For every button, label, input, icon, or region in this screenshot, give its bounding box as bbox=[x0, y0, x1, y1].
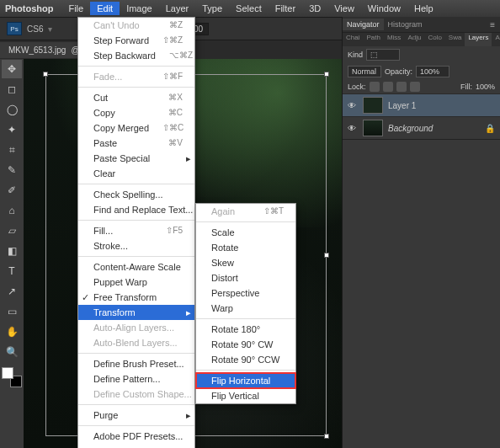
menu-item-define-custom-shape: Define Custom Shape... bbox=[78, 387, 194, 402]
move-tool-icon[interactable]: ✥ bbox=[2, 60, 22, 78]
menu-item-copy[interactable]: Copy⌘C bbox=[78, 105, 194, 120]
menu-item-clear[interactable]: Clear bbox=[78, 166, 194, 181]
menu-item-check-spelling[interactable]: Check Spelling... bbox=[78, 187, 194, 202]
tab-miss[interactable]: Miss bbox=[384, 33, 404, 46]
tab-colo[interactable]: Colo bbox=[424, 33, 444, 46]
menu-select[interactable]: Select bbox=[229, 2, 269, 15]
gradient-tool-icon[interactable]: ◧ bbox=[2, 242, 22, 260]
transform-handle[interactable] bbox=[324, 72, 329, 77]
lock-all-icon[interactable] bbox=[410, 82, 420, 92]
lock-label: Lock: bbox=[348, 83, 366, 91]
layer-name[interactable]: Layer 1 bbox=[388, 101, 416, 110]
menu-item-step-backward[interactable]: Step Backward⌥⌘Z bbox=[78, 48, 194, 63]
lock-pixels-icon[interactable] bbox=[383, 82, 393, 92]
eyedropper-tool-icon[interactable]: ✎ bbox=[2, 161, 22, 179]
menu-item-perspective[interactable]: Perspective bbox=[196, 285, 295, 301]
menu-image[interactable]: Image bbox=[120, 2, 159, 15]
menu-item-find-and-replace-text[interactable]: Find and Replace Text... bbox=[78, 202, 194, 217]
type-tool-icon[interactable]: T bbox=[2, 262, 22, 280]
menu-item-cut[interactable]: Cut⌘X bbox=[78, 90, 194, 105]
zoom-tool-icon[interactable]: 🔍 bbox=[2, 343, 22, 361]
path-tool-icon[interactable]: ↗ bbox=[2, 282, 22, 301]
tab-chai[interactable]: Chai bbox=[343, 33, 363, 46]
menu-window[interactable]: Window bbox=[361, 2, 407, 15]
menu-item-can-t-undo: Can't Undo⌘Z bbox=[78, 18, 194, 33]
menu-filter[interactable]: Filter bbox=[269, 2, 302, 15]
menu-item-skew[interactable]: Skew bbox=[196, 255, 295, 270]
edit-menu-dropdown: Can't Undo⌘ZStep Forward⇧⌘ZStep Backward… bbox=[77, 17, 195, 448]
menu-item-puppet-warp[interactable]: Puppet Warp bbox=[78, 275, 194, 290]
menu-item-again: Again⇧⌘T bbox=[196, 204, 295, 219]
menu-type[interactable]: Type bbox=[195, 2, 229, 15]
tab-layers[interactable]: Layers bbox=[465, 33, 492, 46]
tab-histogram[interactable]: Histogram bbox=[384, 19, 427, 30]
transform-handle[interactable] bbox=[324, 434, 329, 439]
lasso-tool-icon[interactable]: ◯ bbox=[2, 100, 22, 119]
layer-name[interactable]: Background bbox=[388, 124, 433, 133]
menu-item-scale[interactable]: Scale bbox=[196, 225, 295, 240]
tab-navigator[interactable]: Navigator bbox=[343, 19, 384, 30]
menu-item-rotate-90-ccw[interactable]: Rotate 90° CCW bbox=[196, 352, 295, 367]
crop-tool-icon[interactable]: ⌗ bbox=[2, 141, 22, 159]
visibility-icon[interactable]: 👁 bbox=[348, 101, 358, 110]
menu-view[interactable]: View bbox=[327, 2, 361, 15]
menu-item-fill[interactable]: Fill...⇧F5 bbox=[78, 223, 194, 238]
visibility-icon[interactable]: 👁 bbox=[348, 124, 358, 133]
fill-field[interactable]: 100% bbox=[476, 83, 495, 91]
shape-tool-icon[interactable]: ▭ bbox=[2, 302, 22, 321]
eraser-tool-icon[interactable]: ▱ bbox=[2, 221, 22, 240]
layer-thumb[interactable] bbox=[363, 120, 383, 136]
menu-3d[interactable]: 3D bbox=[302, 2, 327, 15]
transform-handle[interactable] bbox=[324, 253, 329, 258]
menu-item-rotate-180[interactable]: Rotate 180° bbox=[196, 322, 295, 337]
blend-mode-dropdown[interactable]: Normal bbox=[348, 66, 381, 77]
color-swatches[interactable] bbox=[2, 367, 22, 387]
ps-home-icon[interactable]: Ps bbox=[7, 22, 22, 35]
menu-item-free-transform[interactable]: ✓Free Transform bbox=[78, 290, 194, 305]
tab-actio[interactable]: Actio bbox=[492, 33, 500, 46]
tab-swa[interactable]: Swa bbox=[445, 33, 465, 46]
opacity-field[interactable]: 100% bbox=[416, 66, 449, 77]
menu-item-adobe-pdf-presets[interactable]: Adobe PDF Presets... bbox=[78, 429, 194, 444]
menu-item-define-brush-preset[interactable]: Define Brush Preset... bbox=[78, 356, 194, 371]
menu-item-copy-merged[interactable]: Copy Merged⇧⌘C bbox=[78, 120, 194, 136]
tab-adju[interactable]: Adju bbox=[404, 33, 424, 46]
layer-row[interactable]: 👁 Background 🔒 bbox=[343, 116, 500, 139]
menu-item-rotate-90-cw[interactable]: Rotate 90° CW bbox=[196, 337, 295, 352]
menu-item-stroke[interactable]: Stroke... bbox=[78, 238, 194, 253]
menu-item-presets[interactable]: Presets▸ bbox=[78, 444, 194, 448]
layer-thumb[interactable] bbox=[363, 97, 383, 114]
wand-tool-icon[interactable]: ✦ bbox=[2, 120, 22, 139]
menu-edit[interactable]: Edit bbox=[90, 2, 120, 15]
menu-help[interactable]: Help bbox=[407, 2, 440, 15]
stamp-tool-icon[interactable]: ⌂ bbox=[2, 201, 22, 220]
lock-position-icon[interactable] bbox=[396, 82, 407, 92]
menu-item-transform[interactable]: Transform▸ bbox=[78, 305, 194, 320]
layer-row[interactable]: 👁 Layer 1 bbox=[343, 93, 500, 116]
brush-tool-icon[interactable]: ✐ bbox=[2, 181, 22, 200]
menu-item-define-pattern[interactable]: Define Pattern... bbox=[78, 371, 194, 387]
menu-item-purge[interactable]: Purge▸ bbox=[78, 408, 194, 423]
fg-color-swatch[interactable] bbox=[2, 367, 13, 379]
menu-item-paste-special[interactable]: Paste Special▸ bbox=[78, 151, 194, 166]
menu-item-flip-vertical[interactable]: Flip Vertical bbox=[196, 388, 295, 403]
tab-path[interactable]: Path bbox=[363, 33, 383, 46]
menu-layer[interactable]: Layer bbox=[159, 2, 196, 15]
menu-item-distort[interactable]: Distort bbox=[196, 270, 295, 285]
doc-name: MKW_6513.jpg bbox=[8, 45, 66, 55]
marquee-tool-icon[interactable]: ◻ bbox=[2, 80, 22, 99]
layers-lock-row: Lock: Fill: 100% bbox=[343, 80, 500, 93]
hand-tool-icon[interactable]: ✋ bbox=[2, 323, 22, 341]
lock-transparent-icon[interactable] bbox=[370, 82, 380, 92]
kind-dropdown[interactable]: ⬚ bbox=[366, 49, 400, 61]
menu-item-warp[interactable]: Warp bbox=[196, 301, 295, 316]
menu-item-flip-horizontal[interactable]: Flip Horizontal bbox=[196, 373, 295, 388]
menu-item-step-forward[interactable]: Step Forward⇧⌘Z bbox=[78, 33, 194, 48]
transform-handle[interactable] bbox=[43, 72, 48, 77]
menu-item-paste[interactable]: Paste⌘V bbox=[78, 136, 194, 151]
menu-item-fade: Fade...⇧⌘F bbox=[78, 69, 194, 84]
menu-item-content-aware-scale[interactable]: Content-Aware Scale⌥⇧⌘C bbox=[78, 259, 194, 275]
menu-item-rotate[interactable]: Rotate bbox=[196, 240, 295, 255]
panel-menu-icon[interactable]: ≡ bbox=[485, 20, 500, 29]
menu-file[interactable]: File bbox=[61, 2, 90, 15]
